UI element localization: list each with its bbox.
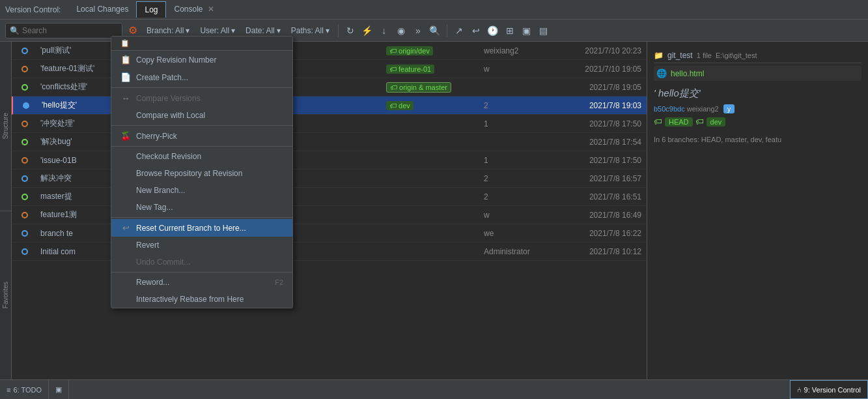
menu-item-icon: 📄 xyxy=(120,72,131,82)
commit-row[interactable]: 解决冲突22021/7/8 16:57 xyxy=(12,170,647,188)
tab-local-changes[interactable]: Local Changes xyxy=(68,1,136,18)
menu-item[interactable]: ↩Reset Current Branch to Here... xyxy=(111,219,292,237)
menu-item-icon: 🍒 xyxy=(120,131,131,141)
menu-item-label: Interactively Rebase from Here xyxy=(136,295,244,304)
bottom-version-control[interactable]: ⑃ 9: Version Control xyxy=(790,380,868,399)
context-menu: 📋 📋Copy Revision Number📄Create Patch...↔… xyxy=(111,36,293,308)
commit-row[interactable]: 'hello提交'🏷 dev22021/7/8 19:03 xyxy=(12,96,647,115)
commit-date: 2021/7/8 16:57 xyxy=(562,174,647,183)
date-filter[interactable]: Date: All ▾ xyxy=(242,25,284,37)
commit-author: 1 xyxy=(484,156,562,165)
bottom-todo[interactable]: ≡ 6: TODO xyxy=(0,380,49,399)
menu-item[interactable]: Revert xyxy=(111,237,292,254)
refresh-icon[interactable]: ↻ xyxy=(344,24,357,37)
commit-row[interactable]: feature1测w2021/7/8 16:49 xyxy=(12,206,647,224)
menu-item[interactable]: Reword...F2 xyxy=(111,274,292,291)
commit-date: 2021/7/8 17:54 xyxy=(562,138,647,147)
commit-date: 2021/7/8 19:05 xyxy=(562,83,647,92)
menu-item-shortcut: F2 xyxy=(275,278,283,286)
commit-tags: 🏷 dev xyxy=(386,101,484,110)
vc-label: 9: Version Control xyxy=(804,386,861,394)
branch-tag: 🏷 dev xyxy=(386,101,413,110)
folder-icon: 📁 xyxy=(654,51,664,60)
menu-item-label: Reword... xyxy=(136,278,169,287)
commit-row[interactable]: 'feature-01测试'🏷 feature-01w2021/7/10 19:… xyxy=(12,60,647,78)
undo-icon[interactable]: ↩ xyxy=(469,24,483,37)
branch-tag-head: HEAD xyxy=(665,117,693,126)
commit-row[interactable]: 'conflicts处理'🏷 origin & master2021/7/8 1… xyxy=(12,78,647,96)
commit-row[interactable]: Initial comAdministrator2021/7/8 10:12 xyxy=(12,243,647,261)
sidebar-favorites[interactable]: Favorites xyxy=(0,211,11,380)
commit-row[interactable]: master提22021/7/8 16:51 xyxy=(12,188,647,206)
settings-icon[interactable]: ⚙ xyxy=(126,24,139,37)
menu-item-label: Undo Commit... xyxy=(136,258,190,267)
menu-item[interactable]: New Branch... xyxy=(111,182,292,199)
tab-log[interactable]: Log xyxy=(136,1,166,18)
find-icon[interactable]: 🔍 xyxy=(428,24,441,37)
sidebar-structure[interactable]: Structure xyxy=(0,42,11,211)
grid-icon[interactable]: ⊞ xyxy=(503,24,516,37)
menu-item[interactable]: Compare with Local xyxy=(111,107,292,124)
menu-item[interactable]: Checkout Revision xyxy=(111,148,292,165)
pull-icon[interactable]: ↓ xyxy=(378,24,391,37)
graph-node xyxy=(12,170,38,188)
toolbar-sep-2 xyxy=(447,24,447,37)
menu-item[interactable]: Browse Repository at Revision xyxy=(111,165,292,182)
menu-separator xyxy=(111,272,292,273)
bottom-panel2[interactable]: ▣ xyxy=(49,380,69,399)
commit-author: 2 xyxy=(484,192,562,201)
paths-dropdown-icon[interactable]: ▾ xyxy=(326,26,329,35)
commit-row[interactable]: 'pull测试'🏷 origin/devweixiang22021/7/10 2… xyxy=(12,42,647,60)
structure-label: Structure xyxy=(2,113,9,140)
search-box[interactable]: 🔍 xyxy=(5,23,122,38)
menu-item-label: Reset Current Branch to Here... xyxy=(136,224,246,233)
eye-icon[interactable]: ◉ xyxy=(395,24,408,37)
right-panel-hash: b50c9bdc weixiang2 y xyxy=(654,105,861,113)
menu-item[interactable]: Interactively Rebase from Here xyxy=(111,291,292,308)
branch-dropdown-icon[interactable]: ▾ xyxy=(186,26,189,35)
commit-tags: 🏷 origin & master xyxy=(386,82,484,93)
commit-author: we xyxy=(484,229,562,238)
tab-console-close[interactable]: ✕ xyxy=(208,5,214,14)
arrow-icon[interactable]: ↗ xyxy=(453,24,466,37)
right-panel-branches: 🏷 HEAD 🏷 dev xyxy=(654,117,861,126)
commit-row[interactable]: 'issue-01B12021/7/8 17:50 xyxy=(12,151,647,170)
commit-table: 'pull测试'🏷 origin/devweixiang22021/7/10 2… xyxy=(12,42,647,379)
menu-item: ↔Compare Versions xyxy=(111,89,292,107)
user-dropdown-icon[interactable]: ▾ xyxy=(231,26,235,35)
search-input[interactable] xyxy=(22,26,120,35)
menu-item-label: Create Patch... xyxy=(136,73,188,82)
commit-author: 1 xyxy=(484,119,562,128)
date-dropdown-icon[interactable]: ▾ xyxy=(277,26,281,35)
menu-item-label: Compare Versions xyxy=(136,94,201,103)
html-file-icon: 🌐 xyxy=(656,68,667,78)
paths-filter[interactable]: Paths: All ▾ xyxy=(288,25,333,37)
fetch-icon[interactable]: ⚡ xyxy=(361,24,374,37)
graph-node xyxy=(12,133,38,151)
right-panel: 📁 git_test 1 file E:\git\git_test 🌐 hell… xyxy=(647,42,868,379)
branch-filter[interactable]: Branch: All ▾ xyxy=(143,25,193,37)
menu-item[interactable]: 📋Copy Revision Number xyxy=(111,51,292,68)
panel2-icon[interactable]: ▤ xyxy=(537,24,550,37)
right-panel-file-count: 1 file xyxy=(697,52,712,59)
commit-tags: 🏷 origin/dev xyxy=(386,46,484,55)
menu-item[interactable]: 🍒Cherry-Pick xyxy=(111,127,292,145)
commit-row[interactable]: '冲突处理'12021/7/8 17:50 xyxy=(12,115,647,133)
user-filter[interactable]: User: All ▾ xyxy=(197,25,238,37)
panel1-icon[interactable]: ▣ xyxy=(520,24,533,37)
commit-row[interactable]: '解决bug'2021/7/8 17:54 xyxy=(12,133,647,151)
branch-tag: 🏷 feature-01 xyxy=(386,65,434,74)
tab-console[interactable]: Console ✕ xyxy=(166,1,221,18)
commit-date: 2021/7/8 19:03 xyxy=(562,101,647,110)
menu-item[interactable]: New Tag... xyxy=(111,199,292,216)
right-panel-file-row[interactable]: 🌐 hello.html xyxy=(654,66,861,81)
commit-row[interactable]: branch tewe2021/7/8 16:22 xyxy=(12,224,647,243)
more-icon[interactable]: » xyxy=(412,24,425,37)
menu-item[interactable]: 📄Create Patch... xyxy=(111,68,292,86)
user-label: User: All xyxy=(200,26,229,35)
history-icon[interactable]: 🕐 xyxy=(486,24,499,37)
menu-header-icon: 📋 xyxy=(120,39,130,48)
menu-separator xyxy=(111,125,292,126)
tag-icon-dev: 🏷 xyxy=(695,117,704,126)
commit-date: 2021/7/8 16:22 xyxy=(562,229,647,238)
